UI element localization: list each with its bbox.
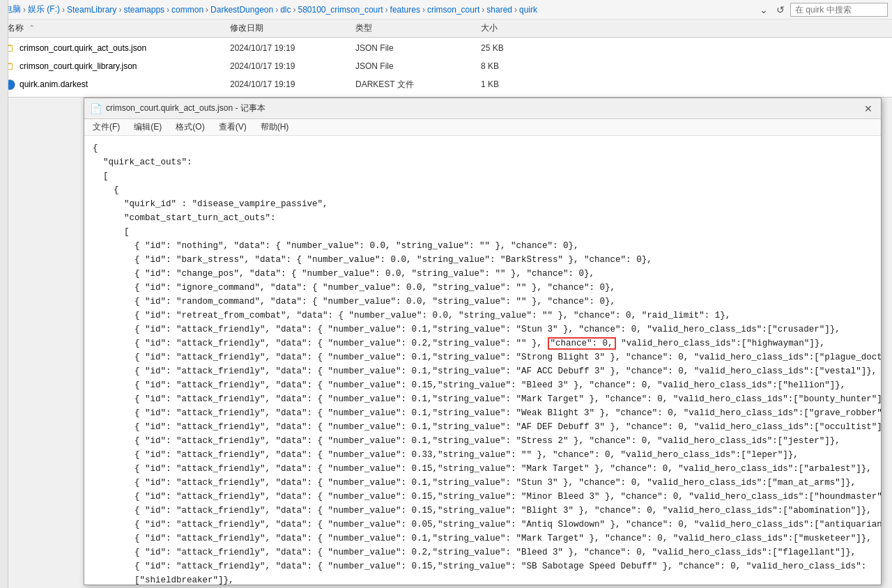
file-row[interactable]: 🗒 crimson_court.quirk_act_outs.json 2024…	[0, 39, 892, 57]
breadcrumb-shared[interactable]: shared	[486, 5, 512, 15]
file-list: 🗒 crimson_court.quirk_act_outs.json 2024…	[0, 38, 892, 95]
breadcrumb-steamapps[interactable]: steamapps	[123, 5, 164, 15]
breadcrumb-dlc[interactable]: dlc	[280, 5, 291, 15]
breadcrumb-drive[interactable]: 娱乐 (F:)	[28, 3, 60, 15]
breadcrumb-quirk[interactable]: quirk	[519, 5, 537, 15]
file-row[interactable]: 🗒 crimson_court.quirk_library.json 2024/…	[0, 57, 892, 75]
notepad-window: 📄 crimson_court.quirk_act_outs.json - 记事…	[84, 98, 882, 585]
menu-edit[interactable]: 编辑(E)	[131, 121, 164, 133]
breadcrumb-common[interactable]: common	[171, 5, 203, 15]
file-name: 🗒 crimson_court.quirk_library.json	[4, 61, 227, 72]
highlighted-text: "chance": 0,	[548, 337, 616, 350]
menu-file[interactable]: 文件(F)	[90, 121, 123, 133]
notepad-menubar: 文件(F) 编辑(E) 格式(O) 查看(V) 帮助(H)	[84, 119, 881, 136]
notepad-titlebar: 📄 crimson_court.quirk_act_outs.json - 记事…	[84, 98, 881, 119]
menu-view[interactable]: 查看(V)	[216, 121, 249, 133]
breadcrumb-darkestdungeon[interactable]: DarkestDungeon	[210, 5, 273, 15]
col-type[interactable]: 类型	[353, 22, 478, 34]
breadcrumb-features[interactable]: features	[390, 5, 420, 15]
breadcrumb-crimson-court[interactable]: crimson_court	[427, 5, 479, 15]
dropdown-btn[interactable]: ⌄	[757, 4, 771, 15]
address-bar: 电脑 › 娱乐 (F:) › SteamLibrary › steamapps …	[0, 0, 892, 20]
file-name: 🗒 crimson_court.quirk_act_outs.json	[4, 42, 227, 54]
col-size[interactable]: 大小	[478, 22, 548, 34]
left-sidebar	[0, 0, 8, 588]
notepad-close-button[interactable]: ✕	[861, 103, 875, 114]
notepad-title: 📄 crimson_court.quirk_act_outs.json - 记事…	[90, 102, 266, 114]
search-input[interactable]	[790, 3, 888, 17]
notepad-title-text: crimson_court.quirk_act_outs.json - 记事本	[106, 102, 266, 114]
file-row[interactable]: 🔵 quirk.anim.darkest 2024/10/17 19:19 DA…	[0, 75, 892, 93]
breadcrumb-580100[interactable]: 580100_crimson_court	[298, 5, 383, 15]
notepad-title-icon: 📄	[90, 103, 102, 114]
refresh-btn[interactable]: ↺	[774, 4, 787, 15]
col-name[interactable]: 名称 ⌃	[4, 22, 227, 34]
breadcrumb-path: 电脑 › 娱乐 (F:) › SteamLibrary › steamapps …	[4, 3, 754, 15]
menu-format[interactable]: 格式(O)	[173, 121, 207, 133]
file-name: 🔵 quirk.anim.darkest	[4, 79, 227, 90]
col-modified[interactable]: 修改日期	[227, 22, 353, 34]
file-explorer: 电脑 › 娱乐 (F:) › SteamLibrary › steamapps …	[0, 0, 892, 98]
notepad-content[interactable]: { "quirk_act_outs": [ { "quirk_id" : "di…	[84, 136, 881, 585]
breadcrumb-steamlibrary[interactable]: SteamLibrary	[67, 5, 116, 15]
menu-help[interactable]: 帮助(H)	[258, 121, 292, 133]
column-headers: 名称 ⌃ 修改日期 类型 大小	[0, 20, 892, 38]
